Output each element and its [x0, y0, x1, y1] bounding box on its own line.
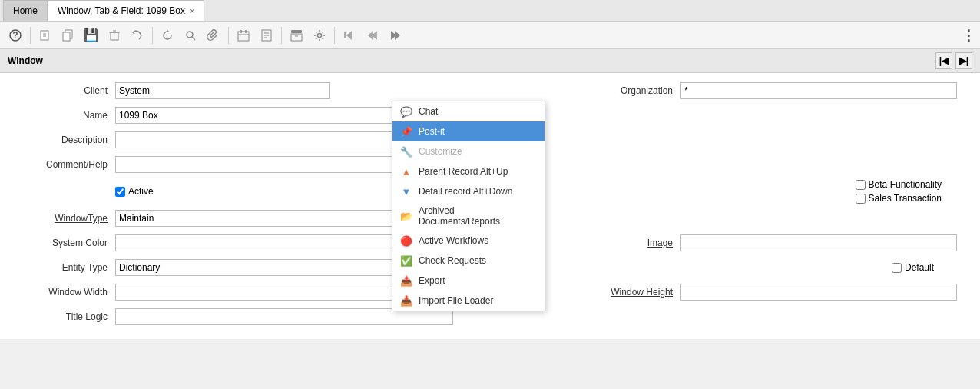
calendar-btn[interactable]	[233, 25, 254, 46]
undo-btn[interactable]	[127, 25, 148, 46]
dropdown-item-detail-record[interactable]: ▼Detail record Alt+Down	[392, 181, 545, 201]
archived-docs-label: Archived Documents/Reports	[419, 205, 537, 227]
sales-checkbox[interactable]	[856, 194, 866, 204]
sales-checkbox-label[interactable]: Sales Transaction	[856, 193, 942, 204]
close-tab-btn[interactable]: ×	[190, 6, 194, 15]
client-row: Client Organization	[15, 81, 965, 101]
windowheight-right: Window Height	[611, 284, 965, 301]
client-input[interactable]	[115, 82, 330, 99]
dropdown-item-customize: 🔧Customize	[392, 141, 545, 161]
nav-prev-btn[interactable]	[339, 25, 360, 46]
org-input[interactable]	[680, 82, 957, 99]
image-right: Image	[647, 234, 965, 251]
help-btn[interactable]: ?	[5, 25, 26, 46]
svg-marker-26	[346, 31, 352, 40]
svg-rect-21	[291, 30, 302, 33]
comment-label: Comment/Help	[15, 159, 115, 170]
svg-text:?: ?	[12, 30, 18, 41]
nav-first-btn[interactable]: |◀	[935, 52, 952, 69]
notes-btn[interactable]	[256, 25, 277, 46]
windowwidth-input[interactable]	[115, 284, 436, 301]
import-file-icon: 📥	[400, 294, 412, 307]
sep5	[334, 27, 335, 44]
windowtype-label: WindowType	[15, 213, 115, 224]
archive-btn[interactable]	[286, 25, 307, 46]
dropdown-item-active-workflows[interactable]: 🔴Active Workflows	[392, 231, 545, 251]
dropdown-item-postit[interactable]: 📌Post-it	[392, 121, 545, 141]
nav-prev2-btn[interactable]	[362, 25, 383, 46]
sep4	[281, 27, 282, 44]
name-label: Name	[15, 110, 115, 121]
org-right: Organization	[621, 82, 965, 99]
svg-line-12	[192, 37, 195, 40]
svg-marker-10	[167, 30, 170, 32]
sep2	[152, 27, 153, 44]
svg-rect-13	[238, 32, 249, 41]
nav-next2-btn[interactable]	[385, 25, 406, 46]
chat-label: Chat	[419, 106, 438, 117]
nav-last-btn[interactable]: ▶|	[955, 52, 972, 69]
export-icon: 📤	[400, 274, 412, 287]
title-bar: Home Window, Tab & Field: 1099 Box ×	[0, 0, 980, 22]
windowheight-input[interactable]	[680, 284, 957, 301]
default-checkbox[interactable]	[892, 263, 902, 273]
image-label: Image	[647, 238, 680, 248]
parent-record-icon: ▲	[400, 165, 412, 178]
attach-btn[interactable]	[203, 25, 224, 46]
check-requests-icon: ✅	[400, 254, 412, 267]
settings-btn[interactable]	[309, 25, 330, 46]
new-btn[interactable]	[35, 25, 56, 46]
section-header: Window |◀ ▶|	[0, 49, 980, 73]
home-tab[interactable]: Home	[3, 0, 48, 21]
default-checkbox-label[interactable]: Default	[892, 262, 934, 273]
active-checkbox[interactable]	[115, 187, 125, 197]
dropdown-item-import-file[interactable]: 📥Import File Loader	[392, 291, 545, 311]
delete-btn[interactable]	[104, 25, 125, 46]
export-label: Export	[419, 275, 445, 286]
beta-label: Beta Functionality	[869, 179, 942, 190]
check-requests-label: Check Requests	[419, 255, 486, 266]
beta-checkbox-label[interactable]: Beta Functionality	[856, 179, 942, 190]
svg-point-24	[318, 33, 322, 37]
active-workflows-label: Active Workflows	[419, 235, 488, 246]
active-tab-label: Window, Tab & Field: 1099 Box	[58, 5, 185, 16]
active-tab[interactable]: Window, Tab & Field: 1099 Box ×	[48, 0, 204, 21]
find-btn[interactable]	[180, 25, 201, 46]
postit-label: Post-it	[419, 126, 445, 137]
detail-record-label: Detail record Alt+Down	[419, 186, 512, 197]
svg-marker-30	[395, 31, 400, 40]
refresh-btn[interactable]	[157, 25, 178, 46]
section-title: Window	[8, 55, 43, 66]
dropdown-item-export[interactable]: 📤Export	[392, 271, 545, 291]
svg-rect-2	[41, 31, 48, 40]
import-file-label: Import File Loader	[419, 295, 493, 306]
org-label: Organization	[621, 85, 680, 96]
dropdown-item-check-requests[interactable]: ✅Check Requests	[392, 251, 545, 271]
copy-btn[interactable]	[58, 25, 79, 46]
dropdown-item-chat[interactable]: 💬Chat	[392, 101, 545, 121]
windowwidth-label: Window Width	[15, 287, 115, 298]
titlelogic-label: Title Logic	[15, 311, 115, 322]
default-label: Default	[905, 262, 934, 273]
customize-icon: 🔧	[400, 145, 412, 158]
beta-checkbox[interactable]	[856, 180, 866, 190]
save-btn[interactable]: 💾	[81, 25, 102, 46]
active-checkbox-label[interactable]: Active	[115, 186, 154, 197]
active-check-wrap: Active	[115, 186, 169, 197]
dropdown-item-archived-docs[interactable]: 📂Archived Documents/Reports	[392, 201, 545, 231]
svg-point-11	[187, 32, 193, 38]
sep3	[228, 27, 229, 44]
svg-rect-25	[344, 32, 346, 38]
description-label: Description	[15, 135, 115, 145]
entitytype-label: Entity Type	[15, 262, 115, 273]
main-content: Client Organization Name Description Com…	[0, 73, 980, 339]
default-right: Default	[892, 262, 957, 273]
sales-label: Sales Transaction	[869, 193, 942, 204]
dropdown-item-parent-record[interactable]: ▲Parent Record Alt+Up	[392, 161, 545, 181]
svg-rect-7	[111, 32, 118, 40]
more-options-btn[interactable]: ⋮	[960, 25, 975, 46]
image-input[interactable]	[680, 234, 957, 251]
postit-icon: 📌	[400, 125, 412, 138]
parent-record-label: Parent Record Alt+Up	[419, 166, 508, 177]
systemcolor-label: System Color	[15, 238, 115, 248]
